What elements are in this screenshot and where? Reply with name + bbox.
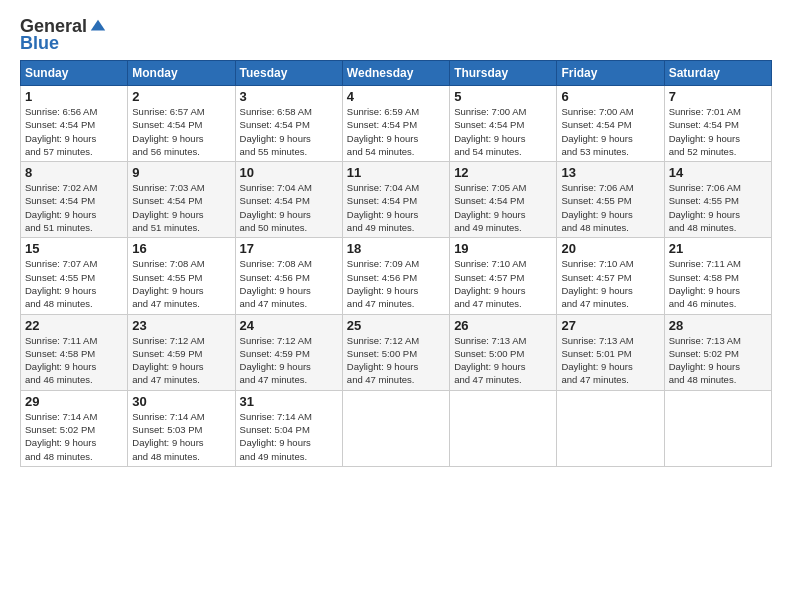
day-number: 13 [561,165,659,180]
day-info: Sunrise: 7:10 AM Sunset: 4:57 PM Dayligh… [561,257,659,310]
day-number: 21 [669,241,767,256]
day-info: Sunrise: 7:14 AM Sunset: 5:02 PM Dayligh… [25,410,123,463]
header-day-sunday: Sunday [21,61,128,86]
calendar-cell: 29Sunrise: 7:14 AM Sunset: 5:02 PM Dayli… [21,390,128,466]
day-info: Sunrise: 6:56 AM Sunset: 4:54 PM Dayligh… [25,105,123,158]
day-info: Sunrise: 7:07 AM Sunset: 4:55 PM Dayligh… [25,257,123,310]
calendar-cell: 22Sunrise: 7:11 AM Sunset: 4:58 PM Dayli… [21,314,128,390]
calendar-cell: 1Sunrise: 6:56 AM Sunset: 4:54 PM Daylig… [21,86,128,162]
day-number: 27 [561,318,659,333]
week-row-4: 22Sunrise: 7:11 AM Sunset: 4:58 PM Dayli… [21,314,772,390]
header-day-saturday: Saturday [664,61,771,86]
header-row: SundayMondayTuesdayWednesdayThursdayFrid… [21,61,772,86]
calendar-cell: 27Sunrise: 7:13 AM Sunset: 5:01 PM Dayli… [557,314,664,390]
week-row-1: 1Sunrise: 6:56 AM Sunset: 4:54 PM Daylig… [21,86,772,162]
calendar-cell: 4Sunrise: 6:59 AM Sunset: 4:54 PM Daylig… [342,86,449,162]
day-number: 17 [240,241,338,256]
calendar-cell: 18Sunrise: 7:09 AM Sunset: 4:56 PM Dayli… [342,238,449,314]
calendar-cell: 9Sunrise: 7:03 AM Sunset: 4:54 PM Daylig… [128,162,235,238]
header-day-thursday: Thursday [450,61,557,86]
calendar-cell: 19Sunrise: 7:10 AM Sunset: 4:57 PM Dayli… [450,238,557,314]
day-number: 4 [347,89,445,104]
calendar-table: SundayMondayTuesdayWednesdayThursdayFrid… [20,60,772,467]
day-info: Sunrise: 7:13 AM Sunset: 5:02 PM Dayligh… [669,334,767,387]
day-number: 22 [25,318,123,333]
calendar-cell: 28Sunrise: 7:13 AM Sunset: 5:02 PM Dayli… [664,314,771,390]
day-number: 23 [132,318,230,333]
calendar-cell [450,390,557,466]
day-info: Sunrise: 7:10 AM Sunset: 4:57 PM Dayligh… [454,257,552,310]
day-number: 2 [132,89,230,104]
day-info: Sunrise: 7:08 AM Sunset: 4:56 PM Dayligh… [240,257,338,310]
calendar-cell: 12Sunrise: 7:05 AM Sunset: 4:54 PM Dayli… [450,162,557,238]
day-number: 18 [347,241,445,256]
calendar-cell: 14Sunrise: 7:06 AM Sunset: 4:55 PM Dayli… [664,162,771,238]
day-number: 11 [347,165,445,180]
day-number: 14 [669,165,767,180]
calendar-cell: 17Sunrise: 7:08 AM Sunset: 4:56 PM Dayli… [235,238,342,314]
header-day-wednesday: Wednesday [342,61,449,86]
day-info: Sunrise: 6:59 AM Sunset: 4:54 PM Dayligh… [347,105,445,158]
week-row-2: 8Sunrise: 7:02 AM Sunset: 4:54 PM Daylig… [21,162,772,238]
calendar-cell: 20Sunrise: 7:10 AM Sunset: 4:57 PM Dayli… [557,238,664,314]
calendar-cell: 5Sunrise: 7:00 AM Sunset: 4:54 PM Daylig… [450,86,557,162]
day-number: 28 [669,318,767,333]
header-day-monday: Monday [128,61,235,86]
day-number: 29 [25,394,123,409]
calendar-cell: 21Sunrise: 7:11 AM Sunset: 4:58 PM Dayli… [664,238,771,314]
week-row-3: 15Sunrise: 7:07 AM Sunset: 4:55 PM Dayli… [21,238,772,314]
day-number: 1 [25,89,123,104]
calendar-cell: 31Sunrise: 7:14 AM Sunset: 5:04 PM Dayli… [235,390,342,466]
day-number: 5 [454,89,552,104]
day-number: 25 [347,318,445,333]
day-info: Sunrise: 7:14 AM Sunset: 5:04 PM Dayligh… [240,410,338,463]
calendar-cell: 8Sunrise: 7:02 AM Sunset: 4:54 PM Daylig… [21,162,128,238]
calendar-cell: 25Sunrise: 7:12 AM Sunset: 5:00 PM Dayli… [342,314,449,390]
day-info: Sunrise: 7:02 AM Sunset: 4:54 PM Dayligh… [25,181,123,234]
calendar-cell [664,390,771,466]
day-number: 15 [25,241,123,256]
calendar-cell: 7Sunrise: 7:01 AM Sunset: 4:54 PM Daylig… [664,86,771,162]
day-number: 9 [132,165,230,180]
week-row-5: 29Sunrise: 7:14 AM Sunset: 5:02 PM Dayli… [21,390,772,466]
header-day-tuesday: Tuesday [235,61,342,86]
calendar-cell: 2Sunrise: 6:57 AM Sunset: 4:54 PM Daylig… [128,86,235,162]
day-info: Sunrise: 7:12 AM Sunset: 4:59 PM Dayligh… [132,334,230,387]
day-info: Sunrise: 7:13 AM Sunset: 5:00 PM Dayligh… [454,334,552,387]
calendar-page: General Blue SundayMondayTuesdayWednesda… [0,0,792,477]
day-number: 30 [132,394,230,409]
day-info: Sunrise: 7:11 AM Sunset: 4:58 PM Dayligh… [25,334,123,387]
day-info: Sunrise: 7:00 AM Sunset: 4:54 PM Dayligh… [561,105,659,158]
day-number: 10 [240,165,338,180]
day-number: 26 [454,318,552,333]
logo-blue-text: Blue [20,33,59,54]
day-info: Sunrise: 7:04 AM Sunset: 4:54 PM Dayligh… [240,181,338,234]
day-info: Sunrise: 7:06 AM Sunset: 4:55 PM Dayligh… [561,181,659,234]
day-number: 8 [25,165,123,180]
day-number: 6 [561,89,659,104]
calendar-cell [557,390,664,466]
calendar-cell: 10Sunrise: 7:04 AM Sunset: 4:54 PM Dayli… [235,162,342,238]
day-number: 24 [240,318,338,333]
calendar-cell: 24Sunrise: 7:12 AM Sunset: 4:59 PM Dayli… [235,314,342,390]
day-info: Sunrise: 7:09 AM Sunset: 4:56 PM Dayligh… [347,257,445,310]
calendar-cell: 26Sunrise: 7:13 AM Sunset: 5:00 PM Dayli… [450,314,557,390]
calendar-cell: 13Sunrise: 7:06 AM Sunset: 4:55 PM Dayli… [557,162,664,238]
day-info: Sunrise: 7:00 AM Sunset: 4:54 PM Dayligh… [454,105,552,158]
day-info: Sunrise: 7:11 AM Sunset: 4:58 PM Dayligh… [669,257,767,310]
day-info: Sunrise: 7:05 AM Sunset: 4:54 PM Dayligh… [454,181,552,234]
header-day-friday: Friday [557,61,664,86]
calendar-cell: 11Sunrise: 7:04 AM Sunset: 4:54 PM Dayli… [342,162,449,238]
header: General Blue [20,16,772,54]
day-number: 3 [240,89,338,104]
calendar-cell: 16Sunrise: 7:08 AM Sunset: 4:55 PM Dayli… [128,238,235,314]
svg-marker-0 [91,19,105,30]
day-info: Sunrise: 7:06 AM Sunset: 4:55 PM Dayligh… [669,181,767,234]
day-number: 16 [132,241,230,256]
day-info: Sunrise: 7:04 AM Sunset: 4:54 PM Dayligh… [347,181,445,234]
day-number: 31 [240,394,338,409]
day-info: Sunrise: 7:13 AM Sunset: 5:01 PM Dayligh… [561,334,659,387]
day-info: Sunrise: 6:57 AM Sunset: 4:54 PM Dayligh… [132,105,230,158]
day-number: 19 [454,241,552,256]
day-info: Sunrise: 7:03 AM Sunset: 4:54 PM Dayligh… [132,181,230,234]
